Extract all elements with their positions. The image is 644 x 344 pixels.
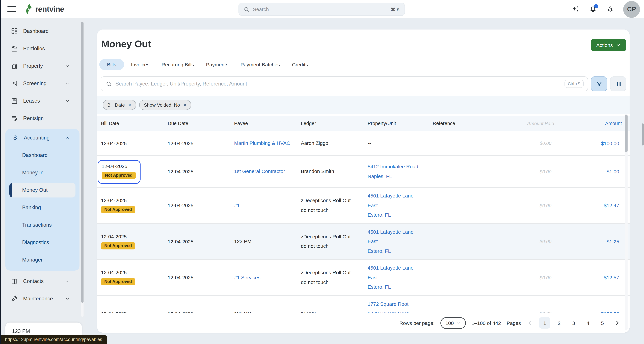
column-header-amount[interactable]: Amount	[554, 121, 622, 126]
dollar-icon: $	[12, 134, 19, 141]
sidebar-item-leases[interactable]: Leases	[0, 92, 85, 110]
bill-date-cell[interactable]: 12-04-2025Not Approved	[101, 266, 168, 289]
table-scrollbar-thumb[interactable]	[625, 115, 628, 152]
sidebar-item-accounting[interactable]: $Accounting	[5, 129, 80, 146]
property-unit-cell: --	[368, 135, 433, 151]
sidebar-item-money-out[interactable]: Money Out	[10, 183, 76, 197]
bill-date-value: 12-04-2025	[101, 234, 165, 239]
bill-date-cell[interactable]: 12-04-2025Not Approved	[101, 159, 168, 184]
column-header-due-date[interactable]: Due Date	[168, 121, 234, 126]
column-header-bill-date[interactable]: Bill Date	[101, 121, 168, 126]
filter-chip-bill-date[interactable]: Bill Date✕	[103, 100, 136, 110]
bill-date-cell[interactable]: 12-04-2025Not Approved	[101, 230, 168, 253]
prev-page-icon[interactable]	[526, 320, 533, 326]
sidebar-item-transactions[interactable]: Transactions	[5, 216, 80, 234]
tab-payment-batches[interactable]: Payment Batches	[236, 59, 285, 70]
sparkles-icon[interactable]	[572, 5, 580, 13]
table-search-input[interactable]: Search Payee, Ledger, Unit/Property, Ref…	[100, 76, 588, 91]
amount-cell[interactable]: $1.00	[554, 165, 622, 178]
payee-cell[interactable]: Martin Plumbing & HVAC	[234, 135, 301, 151]
page-number-4[interactable]: 4	[582, 317, 594, 329]
page-scrollbar-thumb[interactable]	[642, 123, 644, 145]
sidebar-item-property[interactable]: Property	[0, 57, 85, 75]
sidebar-item-label: Money Out	[22, 187, 48, 193]
amount-cell[interactable]: $100.00	[554, 137, 622, 149]
column-header-amount-paid[interactable]: Amount Paid	[490, 121, 554, 126]
next-page-icon[interactable]	[614, 320, 620, 326]
rows-per-page-select[interactable]: 100	[440, 317, 466, 329]
table-row[interactable]: 12-04-2025Not Approved12-04-2025#1zDecep…	[97, 188, 630, 224]
sidebar-item-maintenance[interactable]: Maintenance	[0, 290, 85, 308]
page-number-3[interactable]: 3	[568, 317, 579, 329]
sidebar-item-manager[interactable]: Manager	[5, 251, 80, 269]
property-unit-cell[interactable]: 4501 Lafayette LaneEastEstero, FL	[368, 224, 433, 259]
sidebar-item-label: Money In	[22, 170, 44, 176]
filter-button[interactable]	[591, 76, 607, 91]
actions-button[interactable]: Actions	[591, 39, 626, 51]
amount-paid-cell: $0.00	[490, 165, 554, 178]
sidebar-item-screening[interactable]: Screening	[0, 75, 85, 92]
payee-cell[interactable]: 1st General Contractor	[234, 163, 301, 180]
logo-text: rentvine	[35, 4, 64, 13]
column-header-reference[interactable]: Reference	[433, 121, 490, 126]
property-unit-cell[interactable]: 4501 Lafayette LaneEastEstero, FL	[368, 260, 433, 295]
amount-cell[interactable]: $1.25	[554, 235, 622, 248]
sidebar-item-diagnostics[interactable]: Diagnostics	[5, 234, 80, 251]
avatar[interactable]: CP	[623, 1, 640, 17]
global-search-input[interactable]: Search ⌘ K	[238, 3, 405, 16]
rocket-icon[interactable]	[606, 5, 614, 13]
sidebar-item-dashboard[interactable]: Dashboard	[0, 22, 85, 40]
payee-cell[interactable]: #1 Services	[234, 269, 301, 286]
bill-date-cell[interactable]: 12-04-2025Not Approved	[101, 194, 168, 217]
org-name: 123 PM	[12, 328, 30, 334]
table-search-row: Search Payee, Ledger, Unit/Property, Ref…	[100, 76, 626, 91]
sidebar-item-dashboard[interactable]: Dashboard	[5, 146, 80, 164]
sidebar-item-portfolios[interactable]: Portfolios	[0, 40, 85, 57]
page-number-1[interactable]: 1	[539, 317, 550, 329]
sidebar-item-banking[interactable]: Banking	[5, 199, 80, 216]
payee-cell[interactable]: #1	[234, 197, 301, 214]
page-number-2[interactable]: 2	[554, 317, 565, 329]
tab-credits[interactable]: Credits	[287, 59, 313, 70]
chevron-down-icon	[65, 279, 70, 284]
close-icon[interactable]: ✕	[183, 102, 187, 107]
table-header-row: Bill DateDue DatePayeeLedgerProperty/Uni…	[97, 116, 630, 131]
bill-date-cell[interactable]: 12-04-2025	[101, 137, 168, 149]
status-badge: Not Approved	[102, 172, 136, 179]
table-row[interactable]: 12-04-2025Not Approved12-04-20251st Gene…	[97, 156, 630, 188]
main-area: Money Out Actions BillsInvoicesRecurring…	[85, 18, 644, 344]
tab-payments[interactable]: Payments	[201, 59, 234, 70]
table-row[interactable]: 12-04-2025Not Approved12-04-2025#1 Servi…	[97, 260, 630, 296]
close-icon[interactable]: ✕	[128, 102, 132, 107]
tab-bills[interactable]: Bills	[99, 59, 124, 70]
table-row[interactable]: 12-04-202512-04-2025Martin Plumbing & HV…	[97, 131, 630, 156]
table-row[interactable]: 12-04-2025Not Approved12-04-2025123 PMzD…	[97, 224, 630, 260]
columns-button[interactable]	[610, 76, 626, 91]
sidebar-scrollbar-thumb[interactable]	[81, 22, 84, 303]
table-search-placeholder: Search Payee, Ledger, Unit/Property, Ref…	[116, 81, 561, 87]
ledger-cell: Aaron Ziggo	[301, 135, 368, 151]
table-scrollbar[interactable]	[625, 114, 628, 330]
sidebar-item-contacts[interactable]: Contacts	[0, 273, 85, 290]
column-header-property-unit[interactable]: Property/Unit	[368, 121, 433, 126]
sidebar-item-money-in[interactable]: Money In	[5, 164, 80, 181]
tab-invoices[interactable]: Invoices	[126, 59, 154, 70]
amount-cell[interactable]: $12.57	[554, 271, 622, 284]
property-unit-cell[interactable]: 5412 Immokalee RoadNaples, FL	[368, 159, 433, 184]
filter-chip-label: Bill Date	[107, 102, 125, 108]
sidebar-scrollbar[interactable]	[81, 22, 84, 317]
menu-icon[interactable]	[8, 5, 16, 13]
tab-recurring-bills[interactable]: Recurring Bills	[156, 59, 199, 70]
filter-chip-label: Show Voided: No	[144, 102, 180, 108]
page-number-5[interactable]: 5	[597, 317, 608, 329]
filter-chip-show-voided-no[interactable]: Show Voided: No✕	[139, 100, 191, 110]
notifications-bell-icon[interactable]	[589, 5, 597, 13]
column-header-ledger[interactable]: Ledger	[301, 121, 368, 126]
amount-cell[interactable]: $12.47	[554, 199, 622, 212]
reference-cell	[433, 140, 490, 146]
status-badge: Not Approved	[101, 242, 135, 250]
sidebar-item-rentsign[interactable]: Rentsign	[0, 110, 85, 127]
column-header-payee[interactable]: Payee	[234, 121, 301, 126]
logo[interactable]: rentvine	[25, 4, 64, 14]
property-unit-cell[interactable]: 4501 Lafayette LaneEastEstero, FL	[368, 188, 433, 223]
